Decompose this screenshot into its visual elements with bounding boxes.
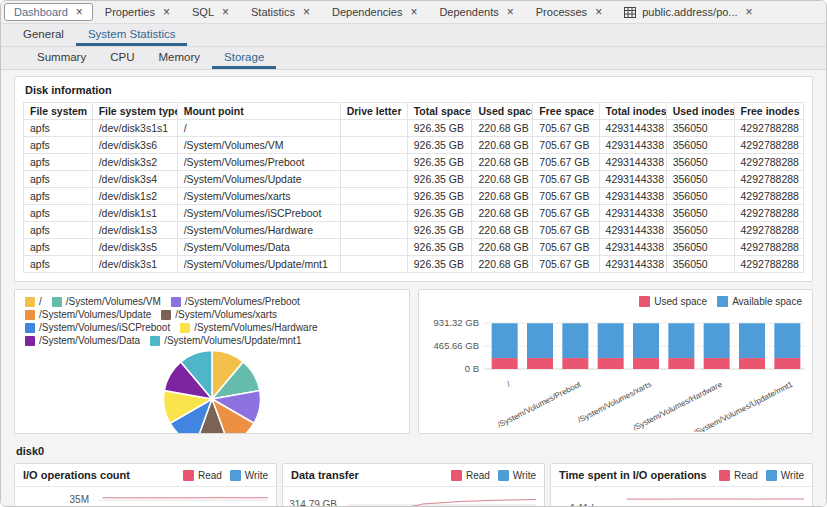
column-header: Total inodes	[599, 103, 666, 120]
legend-label: Read	[734, 470, 758, 481]
bar-used-1[interactable]	[527, 358, 553, 369]
sub-tab-cpu[interactable]: CPU	[98, 47, 146, 69]
bar-used-2[interactable]	[562, 358, 588, 369]
bar-used-8[interactable]	[774, 358, 800, 369]
table-cell: 705.67 GB	[533, 137, 599, 154]
used-available-bar-chart: 931.32 GB465.66 GB0 B//System/Volumes/Pr…	[425, 312, 810, 432]
table-cell: 705.67 GB	[533, 154, 599, 171]
legend-color-swatch	[25, 336, 35, 346]
table-cell: /System/Volumes/Update/mnt1	[177, 256, 340, 273]
table-cell: 4293144338	[599, 239, 666, 256]
navtab-label: Summary	[37, 51, 86, 63]
tab-public-address-po-[interactable]: public.address/po...×	[614, 3, 762, 21]
table-row[interactable]: apfs/dev/disk1s3/System/Volumes/Hardware…	[24, 222, 804, 239]
table-cell: 926.35 GB	[407, 154, 472, 171]
table-row[interactable]: apfs/dev/disk1s2/System/Volumes/xarts926…	[24, 188, 804, 205]
table-row[interactable]: apfs/dev/disk3s1/System/Volumes/Update/m…	[24, 256, 804, 273]
pgadmin-window: Dashboard×Properties×SQL×Statistics×Depe…	[0, 0, 827, 507]
tab-processes[interactable]: Processes×	[526, 3, 612, 21]
table-cell: 356050	[666, 154, 734, 171]
mini-panel-legend: ReadWrite	[183, 470, 268, 481]
table-cell: /dev/disk3s1	[92, 256, 177, 273]
tab-dependents[interactable]: Dependents×	[429, 3, 523, 21]
bar-available-5[interactable]	[668, 323, 694, 358]
bar-available-2[interactable]	[562, 323, 588, 358]
bar-used-4[interactable]	[633, 358, 659, 369]
close-tab-icon[interactable]: ×	[303, 7, 310, 17]
tab-properties[interactable]: Properties×	[95, 3, 180, 21]
tab-dependencies[interactable]: Dependencies×	[322, 3, 427, 21]
bar-available-3[interactable]	[597, 323, 623, 358]
column-header: Total space	[407, 103, 472, 120]
close-tab-icon[interactable]: ×	[507, 7, 514, 17]
bar-used-0[interactable]	[491, 358, 517, 369]
close-tab-icon[interactable]: ×	[222, 7, 229, 17]
bar-used-7[interactable]	[739, 358, 765, 369]
table-cell: 220.68 GB	[472, 154, 533, 171]
table-cell: apfs	[24, 120, 93, 137]
table-cell: 4293144338	[599, 222, 666, 239]
table-cell: 705.67 GB	[533, 188, 599, 205]
table-cell: /System/Volumes/xarts	[177, 188, 340, 205]
close-tab-icon[interactable]: ×	[746, 7, 753, 17]
tab-dashboard[interactable]: Dashboard×	[4, 3, 93, 21]
nav-tab-system-statistics[interactable]: System Statistics	[76, 24, 188, 46]
table-row[interactable]: apfs/dev/disk3s4/System/Volumes/Update92…	[24, 171, 804, 188]
sub-tab-summary[interactable]: Summary	[25, 47, 98, 69]
sub-tab-memory[interactable]: Memory	[146, 47, 212, 69]
table-cell	[340, 188, 407, 205]
table-cell: apfs	[24, 188, 93, 205]
table-cell: /dev/disk3s4	[92, 171, 177, 188]
bar-available-8[interactable]	[774, 323, 800, 358]
close-tab-icon[interactable]: ×	[410, 7, 417, 17]
legend-label: /System/Volumes/Update	[39, 309, 151, 320]
pie-chart-panel: //System/Volumes/VM/System/Volumes/Prebo…	[14, 289, 410, 434]
bar-available-6[interactable]	[703, 323, 729, 358]
tab-label: public.address/po...	[642, 6, 737, 18]
table-cell: 220.68 GB	[472, 256, 533, 273]
table-cell: 356050	[666, 205, 734, 222]
bar-used-5[interactable]	[668, 358, 694, 369]
nav-tab-general[interactable]: General	[11, 24, 76, 46]
legend-label: Write	[513, 470, 536, 481]
table-cell: /System/Volumes/Data	[177, 239, 340, 256]
table-cell: 4293144338	[599, 171, 666, 188]
bar-available-4[interactable]	[633, 323, 659, 358]
line-chart-2	[607, 487, 804, 507]
bar-y-tick: 931.32 GB	[433, 317, 478, 328]
table-cell	[340, 222, 407, 239]
tab-sql[interactable]: SQL×	[182, 3, 239, 21]
sub-tab-storage[interactable]: Storage	[212, 47, 276, 69]
table-row[interactable]: apfs/dev/disk3s5/System/Volumes/Data926.…	[24, 239, 804, 256]
close-tab-icon[interactable]: ×	[163, 7, 170, 17]
table-row[interactable]: apfs/dev/disk3s1s1/926.35 GB220.68 GB705…	[24, 120, 804, 137]
bar-available-0[interactable]	[491, 323, 517, 358]
close-tab-icon[interactable]: ×	[76, 7, 83, 17]
table-cell: 926.35 GB	[407, 222, 472, 239]
table-cell: 705.67 GB	[533, 205, 599, 222]
bar-available-1[interactable]	[527, 323, 553, 358]
legend-label: Used space	[654, 296, 707, 307]
table-row[interactable]: apfs/dev/disk1s1/System/Volumes/iSCPrebo…	[24, 205, 804, 222]
close-tab-icon[interactable]: ×	[595, 7, 602, 17]
tab-statistics[interactable]: Statistics×	[241, 3, 320, 21]
table-cell: 926.35 GB	[407, 188, 472, 205]
legend-item: /System/Volumes/VM	[52, 296, 161, 307]
legend-item: Read	[719, 470, 758, 481]
table-row[interactable]: apfs/dev/disk3s2/System/Volumes/Preboot9…	[24, 154, 804, 171]
table-row[interactable]: apfs/dev/disk3s6/System/Volumes/VM926.35…	[24, 137, 804, 154]
table-cell: 4292788288	[734, 205, 803, 222]
legend-color-swatch	[25, 297, 35, 307]
table-cell: 356050	[666, 222, 734, 239]
bar-y-tick: 465.66 GB	[433, 340, 478, 351]
bar-available-7[interactable]	[739, 323, 765, 358]
table-cell: apfs	[24, 137, 93, 154]
table-cell: 220.68 GB	[472, 171, 533, 188]
storage-charts-row: //System/Volumes/VM/System/Volumes/Prebo…	[14, 289, 813, 434]
legend-label: /System/Volumes/Preboot	[185, 296, 300, 307]
table-cell	[340, 120, 407, 137]
bar-used-6[interactable]	[703, 358, 729, 369]
bar-used-3[interactable]	[597, 358, 623, 369]
table-cell: 926.35 GB	[407, 256, 472, 273]
legend-item: Used space	[639, 296, 707, 307]
